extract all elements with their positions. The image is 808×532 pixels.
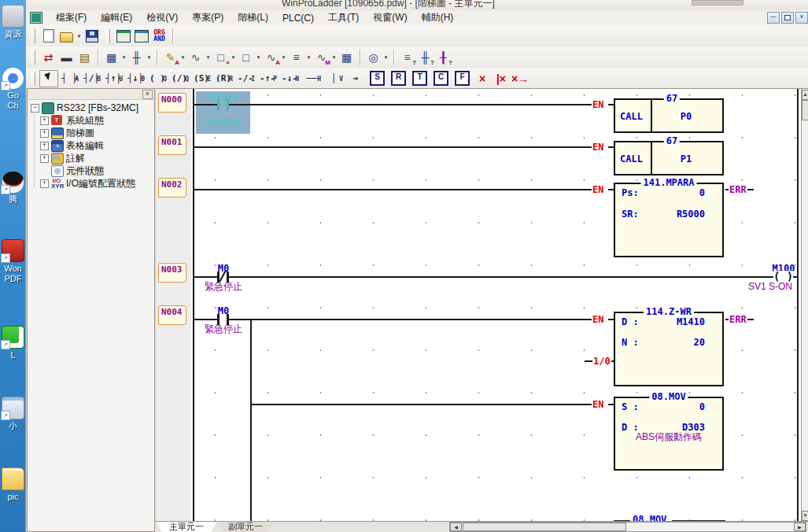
new-file-button[interactable] (39, 28, 57, 45)
tab-main-unit[interactable]: 主單元一 (157, 522, 216, 532)
monitor-off-button[interactable]: □× (212, 49, 230, 66)
tool-contact-a[interactable]: ┤ ├A (58, 71, 80, 87)
network-label-n002[interactable]: N002 (158, 178, 186, 198)
tool-goto-arrow[interactable]: → (345, 71, 367, 87)
expand-expander[interactable]: + (40, 154, 49, 163)
tool-function[interactable]: F (455, 71, 470, 86)
tool-rising-edge[interactable]: -↑-P (256, 71, 279, 87)
monitor-on-dropdown[interactable]: ▾ (255, 54, 262, 61)
tool-contact-u[interactable]: ┤↑├U (102, 71, 124, 87)
toolbar-grip[interactable] (31, 50, 35, 65)
call-p0-block[interactable]: 67 CALL P0 (614, 98, 724, 133)
edit-element-dropdown[interactable]: ▾ (179, 54, 186, 61)
vertical-scroll-thumb[interactable] (802, 100, 808, 120)
table-window-button[interactable]: ▦ (338, 49, 356, 66)
menu-help[interactable]: 輔助(H) (415, 9, 461, 26)
desktop-icon-tool[interactable]: ↗ 小 (1, 397, 25, 431)
expand-expander[interactable]: + (40, 129, 49, 138)
status-query-button[interactable]: ≡? (398, 49, 416, 66)
tool-relay[interactable]: R (391, 71, 406, 86)
scroll-up-button[interactable]: ▲ (802, 90, 808, 100)
mdi-close-button[interactable]: × (795, 12, 808, 24)
edit-element-button[interactable]: ✎A (161, 49, 179, 66)
plug-m-button[interactable]: ∿M (312, 49, 330, 66)
replace-element-button[interactable]: ⇄ (39, 49, 57, 66)
ic-chip-button[interactable]: ▬ (57, 49, 76, 66)
status-page-dropdown[interactable]: ▾ (305, 54, 312, 61)
menu-project[interactable]: 專案(P) (185, 9, 231, 26)
menu-edit[interactable]: 編輯(E) (94, 9, 139, 26)
ladder-network-dropdown[interactable]: ▾ (146, 54, 153, 61)
desktop-icon-messenger[interactable]: ↗ L (1, 326, 25, 360)
tool-coil-o[interactable]: ( )O (146, 71, 168, 87)
close-panel-button[interactable]: × (142, 90, 153, 99)
ladder-window-button[interactable] (132, 28, 150, 45)
status-page-button[interactable]: ≡ (287, 49, 305, 66)
collapse-expander[interactable]: − (31, 104, 39, 113)
tool-counter[interactable]: C (434, 71, 448, 86)
find-monitor-button[interactable]: ◎ (364, 49, 382, 66)
menu-file[interactable]: 檔案(F) (49, 9, 94, 26)
app-icon[interactable] (30, 12, 42, 24)
tool-delete-horizontal[interactable]: ×→ (511, 72, 529, 85)
open-dropdown[interactable]: ▾ (76, 33, 83, 39)
desktop-icon-folder-pic[interactable]: pic (1, 467, 25, 502)
select-cursor-tool[interactable] (39, 70, 58, 87)
horizontal-scrollbar[interactable]: ◀ ▶ (449, 522, 806, 532)
scroll-right-button[interactable]: ▶ (794, 523, 806, 531)
network-label-n001[interactable]: N001 (158, 135, 186, 155)
network-label-n004[interactable]: N004 (158, 305, 186, 325)
tool-step[interactable]: S (370, 71, 385, 86)
tool-contact-b[interactable]: ┤/├B (80, 71, 102, 87)
tool-invert[interactable]: -/-I (234, 71, 256, 87)
desktop-icon-qq[interactable]: ↗ 腾 (1, 172, 25, 205)
horizontal-scroll-thumb[interactable] (463, 523, 626, 531)
call-p1-block[interactable]: 67 CALL P1 (614, 141, 724, 175)
mpara-block[interactable]: 141.MPARA Ps: 0 SR: R5000 (614, 183, 724, 257)
open-file-button[interactable] (57, 28, 76, 45)
tool-coil-reset[interactable]: (R)R (212, 71, 234, 87)
network-label-n000[interactable]: N000 (158, 93, 186, 113)
monitor-on-button[interactable]: □ (237, 49, 255, 66)
ladder-query-button[interactable]: ╫? (416, 49, 434, 66)
find-monitor-dropdown[interactable]: ▾ (382, 54, 389, 61)
org-and-button[interactable]: ORGAND (150, 28, 168, 45)
desktop-icon-chrome[interactable]: ↗ Go Ch (1, 68, 25, 111)
element-book-button[interactable]: ▤ (76, 49, 94, 66)
plc-run-dropdown[interactable]: ▾ (205, 54, 212, 61)
desktop-icon-pdf[interactable]: ↗ Won PDF (1, 239, 25, 284)
menu-window[interactable]: 視窗(W) (366, 9, 414, 26)
tool-horizontal-line[interactable]: ──H (301, 71, 323, 87)
mdi-minimize-button[interactable]: ─ (767, 12, 780, 24)
mdi-restore-button[interactable] (781, 12, 794, 24)
mov-block[interactable]: 08.MOV S : 0 D : D303 ABS伺服動作碼 (614, 397, 724, 471)
menu-tool[interactable]: 工具(T) (321, 9, 366, 26)
tool-delete-element[interactable]: × (473, 72, 492, 85)
expand-expander[interactable]: + (40, 116, 49, 125)
tool-coil-set[interactable]: (S)E (190, 71, 212, 87)
ladder-network-button[interactable]: ╫ (127, 49, 146, 66)
zwr-block[interactable]: 114.Z-WR D : M1410 N : 20 (614, 312, 724, 386)
plug-a-dropdown[interactable]: ▾ (280, 54, 287, 61)
toolbar-grip[interactable] (31, 29, 35, 43)
contact-name-m1924[interactable]: M1924 (204, 92, 243, 103)
menu-plc[interactable]: PLC(C) (275, 11, 321, 25)
menu-view[interactable]: 檢視(V) (139, 9, 185, 26)
tool-contact-d[interactable]: ┤↓├D (124, 71, 146, 87)
tool-vertical-line[interactable]: │V (323, 71, 345, 87)
tool-timer[interactable]: T (412, 71, 427, 86)
toolbar-grip[interactable] (106, 29, 110, 43)
tab-sub-unit[interactable]: 副單元一 (218, 522, 273, 532)
plug-m-dropdown[interactable]: ▾ (330, 54, 338, 61)
network-label-n003[interactable]: N003 (158, 263, 186, 283)
project-window-button[interactable] (114, 28, 132, 45)
vertical-scrollbar[interactable]: ▲ ▼ (801, 89, 808, 522)
ladder-canvas[interactable]: M1924 初始脈波 M0 緊急停止 M0 (191, 89, 800, 522)
plug-a-button[interactable]: ∿A (262, 49, 280, 66)
monitor-off-dropdown[interactable]: ▾ (230, 54, 237, 61)
tool-coil-q[interactable]: (/)Q (168, 71, 190, 87)
contact-query-button[interactable]: ╂? (434, 49, 452, 66)
scroll-down-button[interactable]: ▼ (802, 511, 808, 521)
desktop-icon-recycle[interactable]: 資源 (1, 5, 25, 39)
tool-delete-vertical[interactable]: |× (492, 72, 511, 85)
